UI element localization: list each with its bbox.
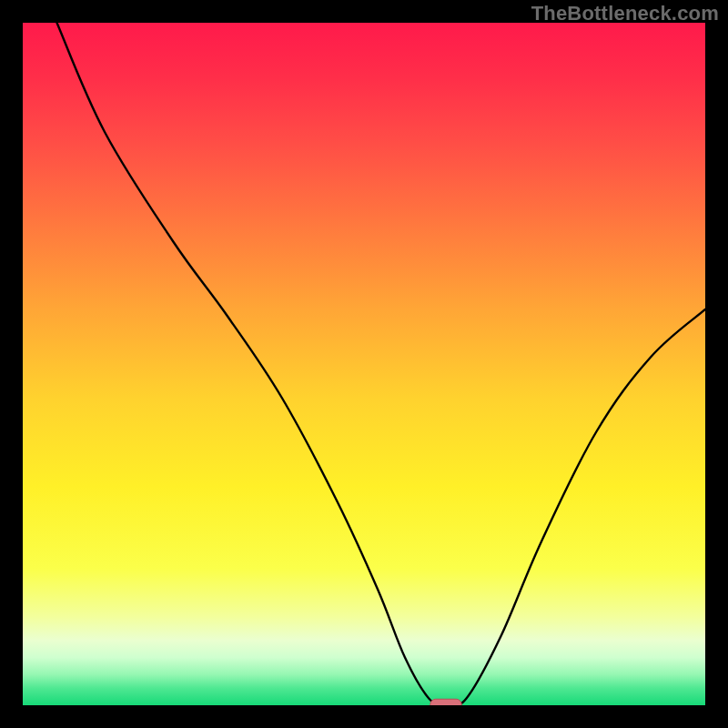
gradient-background (23, 23, 705, 705)
optimum-marker (430, 699, 462, 705)
chart-svg (23, 23, 705, 705)
chart-frame: TheBottleneck.com (0, 0, 728, 728)
plot-area (23, 23, 705, 705)
